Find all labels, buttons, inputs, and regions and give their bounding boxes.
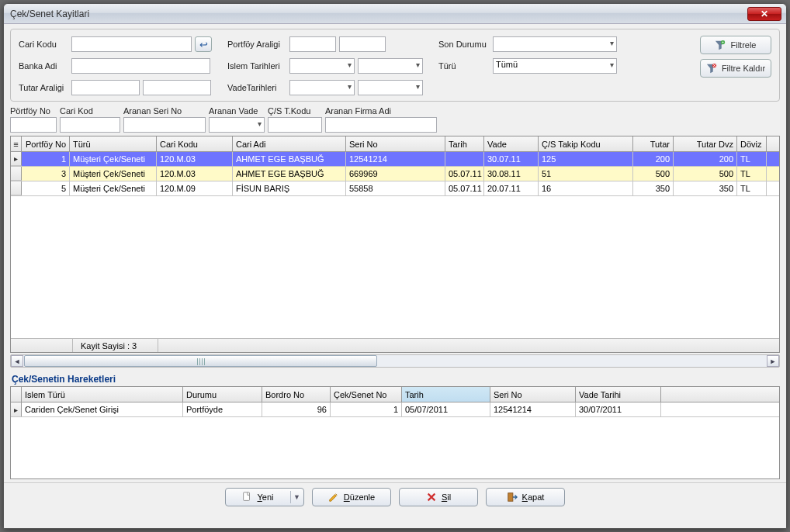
g2-col-tarih[interactable]: Tarih (402, 387, 490, 402)
yeni-button[interactable]: Yeni ▼ (225, 488, 304, 506)
close-button[interactable]: ✕ (747, 7, 781, 21)
islem-tarih-from[interactable] (289, 58, 355, 74)
filtre-kaldir-label: Filtre Kaldır (722, 64, 765, 73)
tutar-to-input[interactable] (143, 80, 211, 95)
cari-kodu-input[interactable] (71, 36, 192, 52)
kapat-button[interactable]: Kapat (486, 488, 565, 506)
col-portfoy[interactable]: Portföy No (22, 136, 70, 151)
islem-tarihleri-label: Islem Tarihleri (227, 61, 286, 71)
qf-tkodu-input[interactable] (268, 117, 322, 133)
tutar-from-input[interactable] (71, 80, 140, 95)
col-turu[interactable]: Türü (70, 136, 157, 151)
qf-seri-label: Aranan Seri No (123, 106, 206, 116)
record-count-label: Kayit Sayisi : 3 (73, 339, 158, 352)
filtre-kaldir-button[interactable]: Filtre Kaldır (700, 59, 771, 78)
edit-icon (328, 492, 339, 503)
window-title: Çek/Senet Kayitlari (10, 9, 747, 19)
main-grid: ≡ Portföy No Türü Cari Kodu Cari Adi Ser… (10, 136, 780, 353)
g2-col-durumu[interactable]: Durumu (183, 387, 262, 402)
son-durumu-label: Son Durumu (438, 40, 490, 49)
cari-kodu-label: Cari Kodu (19, 40, 68, 49)
filter-panel: Cari Kodu ↩ Banka Adi Tutar Araligi (10, 29, 780, 102)
chevron-down-icon[interactable]: ▼ (293, 493, 300, 501)
col-carikodu[interactable]: Cari Kodu (157, 136, 233, 151)
portfoy-to-input[interactable] (339, 36, 386, 52)
col-tutardvz[interactable]: Tutar Dvz (674, 136, 737, 151)
main-window: Çek/Senet Kayitlari ✕ Cari Kodu ↩ Banka … (3, 3, 787, 529)
quick-filter-row: Pörtföy No Cari Kod Aranan Seri No Arana… (4, 105, 786, 136)
col-takip[interactable]: Ç/S Takip Kodu (539, 136, 633, 151)
row-indicator-icon: ▸ (14, 406, 18, 414)
tutar-araligi-label: Tutar Araligi (19, 83, 68, 92)
vade-tarih-from[interactable] (289, 80, 355, 95)
banka-adi-label: Banka Adi (19, 61, 68, 71)
qf-firma-label: Aranan Firma Adi (325, 106, 437, 116)
table-row[interactable]: 5 Müşteri Çek/Seneti 120.M.09 FİSUN BARI… (11, 181, 779, 196)
banka-adi-input[interactable] (71, 58, 210, 74)
scroll-right-icon[interactable]: ► (767, 355, 779, 367)
filtrele-label: Filtrele (730, 40, 756, 50)
col-tutar[interactable]: Tutar (633, 136, 674, 151)
hareketler-grid: Islem Türü Durumu Bordro No Çek/Senet No… (10, 386, 780, 479)
turu-label: Türü (438, 61, 490, 71)
svg-rect-2 (244, 492, 250, 500)
table-row[interactable]: ▸ 1 Müşteri Çek/Seneti 120.M.03 AHMET EG… (11, 152, 779, 167)
grid-indicator-header[interactable]: ≡ (11, 136, 22, 151)
grid-body: ▸ 1 Müşteri Çek/Seneti 120.M.03 AHMET EG… (11, 152, 779, 196)
portfoy-from-input[interactable] (289, 36, 336, 52)
grid2-row[interactable]: ▸ Cariden Çek/Senet Girişi Portföyde 96 … (11, 402, 779, 417)
vade-tarih-to[interactable] (358, 80, 423, 95)
footer-toolbar: Yeni ▼ Düzenle Sil Kapat (4, 482, 786, 510)
lookup-icon: ↩ (199, 39, 208, 50)
vade-tarihleri-label: VadeTarihleri (227, 83, 286, 92)
funnel-remove-icon (706, 63, 717, 74)
qf-portfoy-input[interactable] (10, 117, 57, 133)
g2-col-seri[interactable]: Seri No (490, 387, 576, 402)
grid2-indicator-header (11, 387, 22, 402)
scroll-left-icon[interactable]: ◄ (11, 355, 23, 367)
qf-vade-label: Aranan Vade (209, 106, 265, 116)
content-area: Cari Kodu ↩ Banka Adi Tutar Araligi (4, 24, 786, 528)
new-icon (241, 492, 252, 503)
son-durumu-combo[interactable] (493, 36, 617, 52)
col-tarih[interactable]: Tarih (445, 136, 484, 151)
grid-statusbar: Kayit Sayisi : 3 (11, 338, 779, 352)
col-seri[interactable]: Seri No (346, 136, 445, 151)
sil-button[interactable]: Sil (399, 488, 478, 506)
col-doviz[interactable]: Döviz (737, 136, 767, 151)
grid-header-row: ≡ Portföy No Türü Cari Kodu Cari Adi Ser… (11, 136, 779, 152)
g2-col-ceksenet[interactable]: Çek/Senet No (331, 387, 402, 402)
qf-portfoy-label: Pörtföy No (10, 106, 57, 116)
titlebar[interactable]: Çek/Senet Kayitlari ✕ (4, 4, 786, 24)
filtrele-button[interactable]: Filtrele (700, 36, 771, 54)
col-vade[interactable]: Vade (484, 136, 539, 151)
qf-firma-input[interactable] (325, 117, 437, 133)
section-title-hareketler: Çek/Senetin Hareketleri (4, 371, 786, 386)
table-row[interactable]: 3 Müşteri Çek/Seneti 120.M.03 AHMET EGE … (11, 167, 779, 181)
qf-vade-combo[interactable] (209, 117, 265, 133)
exit-icon (507, 492, 518, 503)
grid-hscrollbar[interactable]: ◄ ► (10, 354, 780, 368)
qf-seri-input[interactable] (123, 117, 206, 133)
qf-tkodu-label: Ç/S T.Kodu (268, 106, 322, 116)
cari-kodu-lookup-button[interactable]: ↩ (195, 36, 212, 52)
row-indicator-icon: ▸ (14, 154, 18, 163)
grid-empty-space (11, 196, 779, 338)
svg-rect-3 (508, 492, 512, 501)
portfoy-araligi-label: Portföy Araligi (227, 40, 286, 49)
qf-carikod-label: Cari Kod (60, 106, 120, 116)
g2-col-bordro[interactable]: Bordro No (262, 387, 331, 402)
g2-col-vade[interactable]: Vade Tarihi (576, 387, 661, 402)
qf-carikod-input[interactable] (60, 117, 120, 133)
funnel-add-icon (715, 40, 726, 50)
delete-icon (426, 492, 437, 503)
col-cariadi[interactable]: Cari Adi (233, 136, 346, 151)
scroll-thumb[interactable] (24, 355, 377, 367)
g2-col-islem[interactable]: Islem Türü (22, 387, 183, 402)
turu-combo[interactable]: Tümü (493, 58, 617, 74)
islem-tarih-to[interactable] (358, 58, 423, 74)
duzenle-button[interactable]: Düzenle (312, 488, 391, 506)
grid2-header: Islem Türü Durumu Bordro No Çek/Senet No… (11, 387, 779, 402)
close-icon: ✕ (761, 9, 768, 19)
